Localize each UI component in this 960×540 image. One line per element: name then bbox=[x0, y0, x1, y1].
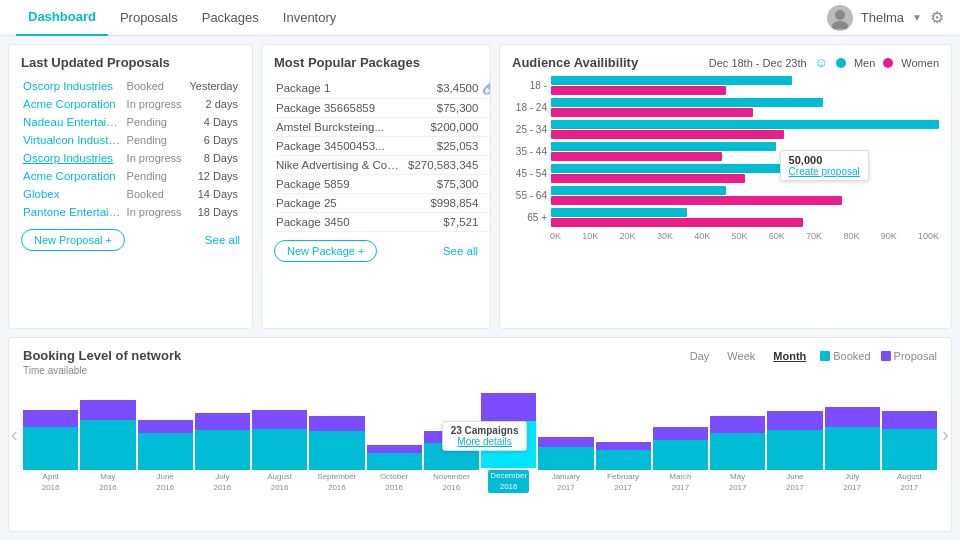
month-label: November2016 bbox=[433, 472, 470, 493]
x-axis-label: 10K bbox=[582, 231, 598, 241]
new-proposal-button[interactable]: New Proposal + bbox=[21, 229, 125, 251]
month-label: June2016 bbox=[156, 472, 174, 493]
x-axis-label: 0K bbox=[550, 231, 561, 241]
audience-title: Audience Availibility bbox=[512, 55, 638, 70]
x-axis-label: 30K bbox=[657, 231, 673, 241]
proposal-status: Pending bbox=[123, 167, 187, 185]
proposal-row: Oscorp Industries Booked Yesterday bbox=[21, 77, 240, 95]
left-arrow[interactable]: ‹ bbox=[11, 423, 18, 446]
proposal-name[interactable]: Virtualcon Industries bbox=[21, 131, 123, 149]
bar-group: September2016 bbox=[309, 393, 364, 493]
proposal-name[interactable]: Oscorp Industries bbox=[21, 149, 123, 167]
package-row: Package 25 $998,854 bbox=[274, 194, 491, 213]
booked-bar bbox=[195, 430, 250, 470]
proposal-name[interactable]: Globex bbox=[21, 185, 123, 203]
proposal-sq bbox=[881, 351, 891, 361]
proposal-time: 6 Days bbox=[187, 131, 240, 149]
month-label: December2016 bbox=[488, 470, 529, 493]
women-bar bbox=[551, 196, 842, 205]
audience-header: Audience Availibility Dec 18th - Dec 23t… bbox=[512, 55, 939, 70]
tab-inventory[interactable]: Inventory bbox=[271, 0, 348, 36]
women-dot bbox=[883, 58, 893, 68]
package-name: Package 1 bbox=[274, 77, 404, 99]
week-button[interactable]: Week bbox=[723, 349, 759, 363]
bar-group: February2017 bbox=[596, 393, 651, 493]
month-label: January2017 bbox=[552, 472, 580, 493]
proposal-name[interactable]: Acme Corporation bbox=[21, 95, 123, 113]
proposal-bar bbox=[710, 416, 765, 433]
main-content: Last Updated Proposals Oscorp Industries… bbox=[0, 36, 960, 540]
package-price: $270,583,345 bbox=[404, 156, 482, 175]
packages-title: Most Popular Packages bbox=[274, 55, 478, 70]
proposal-name[interactable]: Nadeau Entertainement bbox=[21, 113, 123, 131]
audience-bar-row: 65 + bbox=[512, 208, 939, 227]
age-label: 55 - 64 bbox=[512, 190, 547, 201]
bar-container bbox=[551, 208, 939, 227]
proposal-name[interactable]: Acme Corporation bbox=[21, 167, 123, 185]
svg-point-0 bbox=[835, 10, 845, 20]
bar-container bbox=[551, 186, 939, 205]
tab-dashboard[interactable]: Dashboard bbox=[16, 0, 108, 36]
proposal-name[interactable]: Pantone Entertainment bbox=[21, 203, 123, 221]
packages-see-all[interactable]: See all bbox=[443, 245, 478, 257]
tab-packages[interactable]: Packages bbox=[190, 0, 271, 36]
more-details-link[interactable]: More details bbox=[457, 436, 511, 447]
booked-bar bbox=[309, 431, 364, 470]
proposals-title: Last Updated Proposals bbox=[21, 55, 240, 70]
proposal-name[interactable]: Oscorp Industries bbox=[21, 77, 123, 95]
bar-group: April2016 bbox=[23, 393, 78, 493]
package-icon-cell bbox=[482, 118, 491, 137]
x-axis-label: 60K bbox=[769, 231, 785, 241]
proposal-bar bbox=[138, 420, 193, 433]
proposal-bar bbox=[80, 400, 135, 420]
day-button[interactable]: Day bbox=[686, 349, 714, 363]
men-bar bbox=[551, 186, 726, 195]
bar-group: July2016 bbox=[195, 393, 250, 493]
avatar bbox=[827, 5, 853, 31]
month-label: July2017 bbox=[843, 472, 861, 493]
women-bar bbox=[551, 174, 745, 183]
month-label: August2016 bbox=[267, 472, 292, 493]
age-label: 45 - 54 bbox=[512, 168, 547, 179]
packages-footer: New Package + See all bbox=[274, 240, 478, 262]
bar-group: June2016 bbox=[138, 393, 193, 493]
bar-container bbox=[551, 164, 939, 183]
booked-bar bbox=[825, 427, 880, 470]
audience-bar-row: 35 - 44 bbox=[512, 142, 939, 161]
x-axis-label: 90K bbox=[881, 231, 897, 241]
women-bar bbox=[551, 152, 722, 161]
proposal-time: Yesterday bbox=[187, 77, 240, 95]
month-label: October2016 bbox=[380, 472, 408, 493]
package-price: $3,4500 bbox=[404, 77, 482, 99]
package-icon-cell bbox=[482, 194, 491, 213]
proposal-row: Nadeau Entertainement Pending 4 Days bbox=[21, 113, 240, 131]
audience-bar-chart: 18 -18 - 2425 - 3435 - 4445 - 5455 - 646… bbox=[512, 76, 939, 227]
top-row: Last Updated Proposals Oscorp Industries… bbox=[8, 44, 952, 329]
right-arrow[interactable]: › bbox=[942, 423, 949, 446]
age-label: 35 - 44 bbox=[512, 146, 547, 157]
package-row: Package 35665859 $75,300 bbox=[274, 99, 491, 118]
tooltip-create-proposal[interactable]: Create proposal bbox=[789, 166, 860, 177]
age-label: 25 - 34 bbox=[512, 124, 547, 135]
women-bar bbox=[551, 86, 726, 95]
tab-proposals[interactable]: Proposals bbox=[108, 0, 190, 36]
proposal-bar bbox=[23, 410, 78, 427]
booking-card: Booking Level of network Day Week Month … bbox=[8, 337, 952, 532]
proposal-time: 4 Days bbox=[187, 113, 240, 131]
bar-container bbox=[551, 120, 939, 139]
bar-group: August2016 bbox=[252, 393, 307, 493]
header: Dashboard Proposals Packages Inventory T… bbox=[0, 0, 960, 36]
audience-bar-row: 45 - 54 bbox=[512, 164, 939, 183]
proposal-row: Virtualcon Industries Pending 6 Days bbox=[21, 131, 240, 149]
proposals-see-all[interactable]: See all bbox=[205, 234, 240, 246]
month-button[interactable]: Month bbox=[769, 349, 810, 363]
package-icon-cell bbox=[482, 213, 491, 232]
package-link-icon[interactable]: 🔗 bbox=[482, 80, 491, 95]
proposal-status: In progress bbox=[123, 95, 187, 113]
bar-container bbox=[551, 98, 939, 117]
booking-title: Booking Level of network bbox=[23, 348, 181, 363]
proposal-row: Acme Corporation Pending 12 Days bbox=[21, 167, 240, 185]
gear-icon[interactable]: ⚙ bbox=[930, 8, 944, 27]
proposal-row: Oscorp Industries In progress 8 Days bbox=[21, 149, 240, 167]
new-package-button[interactable]: New Package + bbox=[274, 240, 377, 262]
